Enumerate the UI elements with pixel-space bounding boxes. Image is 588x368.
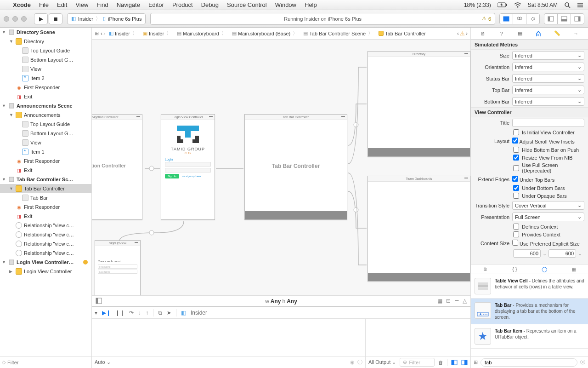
- step-over-button[interactable]: ↷: [129, 310, 134, 316]
- menu-debug[interactable]: Debug: [201, 1, 219, 8]
- trash-icon[interactable]: 🗑: [438, 360, 443, 365]
- size-select[interactable]: Inferred⌄: [512, 51, 584, 60]
- outline-scene-tabbar[interactable]: ▼Tab Bar Controller Sc…: [0, 175, 91, 184]
- connections-inspector-tab[interactable]: →: [572, 31, 580, 36]
- outline-exit[interactable]: ◨Exit: [0, 212, 91, 221]
- title-input[interactable]: [512, 119, 584, 127]
- menu-file[interactable]: File: [39, 1, 49, 8]
- outline-first-responder[interactable]: ◉First Responder: [0, 156, 91, 166]
- explicit-size-checkbox[interactable]: [512, 240, 518, 246]
- pause-button[interactable]: ❙❙: [115, 310, 124, 316]
- zoom-window-button[interactable]: [21, 16, 27, 22]
- menu-edit[interactable]: Edit: [57, 1, 67, 8]
- standard-editor-button[interactable]: [499, 13, 513, 24]
- presentation-select[interactable]: Full Screen⌄: [512, 213, 584, 221]
- library-filter-input[interactable]: [481, 358, 577, 367]
- hide-debug-icon[interactable]: ▾: [95, 310, 97, 316]
- toggle-navigator-button[interactable]: [544, 13, 558, 24]
- outline-relationship[interactable]: Relationship "view c…: [0, 248, 91, 258]
- variables-view[interactable]: Auto ⌄ ◉ ⓘ: [92, 319, 366, 368]
- auto-scope-selector[interactable]: Auto ⌄: [95, 359, 111, 365]
- next-issue-button[interactable]: ›: [466, 30, 468, 37]
- outline-scene-directory[interactable]: ▼Directory Scene: [0, 28, 91, 37]
- outline-scene-login[interactable]: ▼Login View Controller…: [0, 258, 91, 267]
- scene-signup[interactable]: SignUpView Create an Account First Name …: [95, 240, 141, 295]
- orientation-select[interactable]: Inferred⌄: [512, 63, 584, 71]
- scene-tabbar[interactable]: Tab Bar Controller Tab Bar Controller: [244, 114, 347, 220]
- toggle-debug-button[interactable]: [557, 13, 571, 24]
- process-label[interactable]: Insider: [191, 310, 207, 316]
- outline-first-responder[interactable]: ◉First Responder: [0, 202, 91, 212]
- wifi-icon[interactable]: [514, 2, 521, 8]
- outline-item[interactable]: Item 2: [0, 74, 91, 83]
- outline-relationship[interactable]: Relationship "view c…: [0, 239, 91, 248]
- adjust-insets-checkbox[interactable]: [512, 138, 518, 144]
- toggle-vars-icon[interactable]: [451, 360, 458, 365]
- quick-help-tab[interactable]: ?: [498, 31, 505, 36]
- size-inspector-tab[interactable]: 📏: [554, 30, 561, 36]
- outline-scene-announcements[interactable]: ▼Announcements Scene: [0, 101, 91, 110]
- print-icon[interactable]: ⓘ: [357, 359, 362, 366]
- align-tool-icon[interactable]: ⊟: [446, 298, 451, 304]
- pin-tool-icon[interactable]: ⊢: [454, 298, 459, 304]
- library-item-tabbaritem[interactable]: ★ Tab Bar Item - Represents an item on a…: [471, 324, 588, 349]
- library-item-tableviewcell[interactable]: Table View Cell - Defines the attributes…: [471, 274, 588, 299]
- outline-exit[interactable]: ◨Exit: [0, 166, 91, 175]
- menu-source-control[interactable]: Source Control: [227, 1, 267, 8]
- code-snippet-tab[interactable]: { }: [512, 266, 517, 272]
- canvas-tool-icon[interactable]: ▦: [437, 298, 442, 304]
- file-inspector-tab[interactable]: 🗎: [479, 31, 486, 36]
- menu-find[interactable]: Find: [96, 1, 108, 8]
- quicklook-icon[interactable]: ◉: [350, 359, 355, 365]
- outline-tab-bar[interactable]: Tab Bar: [0, 193, 91, 202]
- run-button[interactable]: ▶: [34, 13, 48, 24]
- close-window-button[interactable]: [4, 16, 9, 22]
- outline-exit[interactable]: ◨Exit: [0, 92, 91, 101]
- app-menu[interactable]: Xcode: [13, 1, 31, 8]
- clock[interactable]: Sat 8:50 AM: [528, 2, 558, 8]
- storyboard-canvas[interactable]: Navigation Controller vigation Controlle…: [92, 40, 470, 295]
- clear-filter-icon[interactable]: ⓧ: [580, 359, 585, 366]
- output-selector[interactable]: All Output ⌄: [368, 359, 396, 365]
- continue-button[interactable]: ▶❙: [102, 310, 111, 316]
- outline-item[interactable]: Item 1: [0, 147, 91, 156]
- under-opaque-checkbox[interactable]: [513, 193, 519, 199]
- menu-product[interactable]: Product: [172, 1, 193, 8]
- step-out-button[interactable]: ↑: [146, 310, 148, 316]
- battery-status[interactable]: 18% (2:33): [464, 2, 491, 8]
- content-height-input[interactable]: 600: [548, 249, 576, 258]
- under-bottom-checkbox[interactable]: [513, 185, 519, 191]
- topbar-select[interactable]: Inferred⌄: [512, 86, 584, 94]
- size-class-bar[interactable]: wAny hAny ▦ ⊟ ⊢ △: [92, 295, 470, 306]
- issue-indicator[interactable]: ⚠ 6: [482, 16, 491, 22]
- forward-button[interactable]: ›: [103, 30, 105, 37]
- toggle-console-icon[interactable]: [461, 360, 468, 365]
- grid-view-icon[interactable]: ⊞: [474, 359, 478, 365]
- debug-view-button[interactable]: ⧉: [158, 310, 162, 316]
- resize-nib-checkbox[interactable]: [513, 155, 519, 161]
- console-view[interactable]: All Output ⌄ ⊕Filter 🗑: [366, 319, 470, 368]
- hide-bottom-checkbox[interactable]: [513, 147, 519, 153]
- crumb-storyboard[interactable]: ▤Main.storyboard〉: [175, 30, 228, 37]
- outline-relationship[interactable]: Relationship "view c…: [0, 221, 91, 230]
- bottombar-select[interactable]: Inferred⌄: [512, 97, 584, 106]
- assistant-editor-button[interactable]: [513, 13, 526, 24]
- attributes-inspector-tab[interactable]: [535, 30, 543, 37]
- content-width-input[interactable]: 600: [513, 249, 541, 258]
- menu-navigate[interactable]: Navigate: [117, 1, 140, 8]
- scene-login[interactable]: Login View Controller TAMID GROUPAT BU L…: [161, 114, 215, 220]
- notification-center-icon[interactable]: [577, 2, 583, 8]
- crumb-scene[interactable]: ▤Tab Bar Controller Scene〉: [301, 30, 375, 37]
- outline-item[interactable]: View: [0, 138, 91, 147]
- console-filter[interactable]: ⊕Filter: [400, 358, 435, 367]
- resolve-tool-icon[interactable]: △: [463, 298, 467, 304]
- back-button[interactable]: ‹: [101, 30, 102, 37]
- outline-item[interactable]: Top Layout Guide: [0, 120, 91, 129]
- under-top-checkbox[interactable]: [512, 176, 518, 182]
- menu-view[interactable]: View: [75, 1, 88, 8]
- scene-directory[interactable]: Directory: [368, 51, 470, 157]
- minimize-window-button[interactable]: [12, 16, 18, 22]
- provides-context-checkbox[interactable]: [513, 231, 519, 237]
- crumb-project[interactable]: ◧Insider〉: [107, 30, 139, 37]
- identity-inspector-tab[interactable]: ▦: [516, 30, 524, 36]
